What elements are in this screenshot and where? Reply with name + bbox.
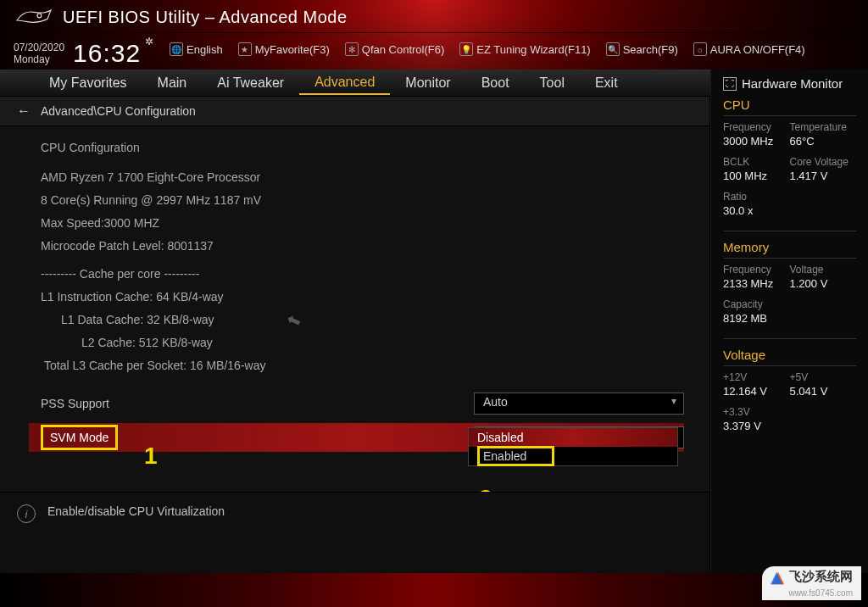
quick-toolbar: 🌐English ★MyFavorite(F3) ✻Qfan Control(F… (170, 42, 854, 56)
tab-main[interactable]: Main (142, 72, 203, 94)
section-voltage: Voltage (723, 348, 856, 366)
section-cpu: CPU (723, 97, 856, 116)
tab-exit[interactable]: Exit (580, 72, 633, 94)
cpu-temp-label: Temperature (790, 121, 857, 133)
eztuning-button[interactable]: 💡EZ Tuning Wizard(F11) (459, 42, 590, 56)
v5-value: 5.041 V (790, 385, 857, 398)
mem-volt-label: Voltage (790, 264, 857, 276)
v12-value: 12.164 V (723, 385, 790, 398)
tab-boot[interactable]: Boot (466, 72, 525, 94)
aura-icon: ☼ (693, 42, 707, 56)
pss-dropdown[interactable]: Auto (474, 393, 684, 415)
gear-icon[interactable]: ✲ (145, 36, 154, 47)
search-button[interactable]: 🔍Search(F9) (606, 42, 678, 56)
star-icon: ★ (238, 42, 252, 56)
help-bar: i Enable/disable CPU Virtualization (0, 492, 709, 573)
pss-label: PSS Support (41, 397, 474, 410)
svg-point-0 (37, 14, 42, 18)
breadcrumb: ← Advanced\CPU Configuration (0, 97, 709, 126)
ratio-label: Ratio (723, 191, 790, 203)
section-memory: Memory (723, 240, 856, 259)
hwmon-title: Hardware Monitor (742, 76, 843, 91)
logo-block: UEFI BIOS Utility – Advanced Mode (14, 5, 348, 29)
header-band: UEFI BIOS Utility – Advanced Mode 07/20/… (0, 0, 868, 70)
mem-cap-value: 8192 MB (723, 312, 790, 325)
svm-option-disabled[interactable]: Disabled (469, 428, 677, 447)
l2-cache: L2 Cache: 512 KB/8-way (41, 331, 684, 354)
setting-pss[interactable]: PSS Support Auto (41, 389, 684, 418)
mem-freq-value: 2133 MHz (723, 277, 790, 290)
svm-label: SVM Mode (41, 431, 474, 444)
help-text: Enable/disable CPU Virtualization (47, 504, 225, 518)
rog-logo-icon (14, 5, 54, 29)
hardware-monitor-panel: ⛶ Hardware Monitor CPU Frequency3000 MHz… (710, 70, 868, 573)
cpu-freq-label: Frequency (723, 121, 790, 133)
watermark: 飞沙系统网www.fs0745.com (762, 566, 861, 600)
tab-myfavorites[interactable]: My Favorites (34, 72, 142, 94)
svm-label-highlight: SVM Mode (41, 425, 118, 450)
mem-volt-value: 1.200 V (790, 277, 857, 290)
cpu-model: AMD Ryzen 7 1700 Eight-Core Processor (41, 166, 684, 189)
watermark-icon (771, 571, 786, 586)
l1d-cache: L1 Data Cache: 32 KB/8-way (41, 309, 684, 331)
breadcrumb-text: Advanced\CPU Configuration (41, 104, 196, 118)
svm-dropdown-list[interactable]: Disabled Enabled (468, 427, 678, 466)
search-icon: 🔍 (606, 42, 620, 56)
footer-band (0, 573, 868, 607)
v33-label: +3.3V (723, 406, 790, 418)
language-button[interactable]: 🌐English (170, 42, 223, 56)
qfan-button[interactable]: ✻Qfan Control(F6) (345, 42, 445, 56)
cpu-cores-line: 8 Core(s) Running @ 2997 MHz 1187 mV (41, 189, 684, 212)
fan-icon: ✻ (345, 42, 359, 56)
tab-advanced[interactable]: Advanced (299, 71, 390, 95)
section-heading: CPU Configuration (41, 136, 684, 159)
svm-option-enabled[interactable]: Enabled (469, 447, 677, 465)
content-area: CPU Configuration AMD Ryzen 7 1700 Eight… (0, 126, 709, 462)
bclk-value: 100 MHz (723, 170, 790, 182)
v12-label: +12V (723, 371, 790, 383)
info-icon: i (17, 504, 36, 523)
tab-tool[interactable]: Tool (525, 72, 580, 94)
tab-aitweaker[interactable]: Ai Tweaker (202, 72, 299, 94)
globe-icon: 🌐 (170, 42, 183, 56)
back-icon[interactable]: ← (17, 103, 31, 119)
corevolt-label: Core Voltage (790, 156, 857, 168)
v33-value: 3.379 V (723, 420, 790, 432)
cpu-freq-value: 3000 MHz (723, 135, 790, 148)
myfavorite-button[interactable]: ★MyFavorite(F3) (238, 42, 330, 56)
svm-enabled-highlight: Enabled (477, 446, 554, 466)
mem-cap-label: Capacity (723, 298, 790, 310)
hwmon-title-row: ⛶ Hardware Monitor (723, 76, 856, 91)
cpu-microcode: Microcode Patch Level: 8001137 (41, 235, 684, 258)
cpu-maxspeed: Max Speed:3000 MHZ (41, 212, 684, 235)
ratio-value: 30.0 x (723, 204, 790, 217)
datetime-block: 07/20/2020 Monday 16:32 ✲ (14, 39, 141, 68)
l3-cache: Total L3 Cache per Socket: 16 MB/16-way (41, 354, 684, 377)
annotation-1: 1 (144, 443, 158, 470)
cache-header: --------- Cache per core --------- (41, 263, 684, 286)
weekday-text: Monday (14, 53, 64, 65)
cpu-temp-value: 66°C (790, 135, 857, 148)
bios-title: UEFI BIOS Utility – Advanced Mode (63, 8, 348, 27)
monitor-icon: ⛶ (723, 77, 737, 91)
aura-button[interactable]: ☼AURA ON/OFF(F4) (693, 42, 805, 56)
time-text[interactable]: 16:32 ✲ (73, 39, 141, 68)
tab-monitor[interactable]: Monitor (390, 72, 465, 94)
bclk-label: BCLK (723, 156, 790, 168)
corevolt-value: 1.417 V (790, 170, 857, 182)
mem-freq-label: Frequency (723, 264, 790, 276)
date-text: 07/20/2020 (14, 42, 64, 53)
bulb-icon: 💡 (459, 42, 473, 56)
v5-label: +5V (790, 371, 857, 383)
l1i-cache: L1 Instruction Cache: 64 KB/4-way (41, 286, 684, 309)
